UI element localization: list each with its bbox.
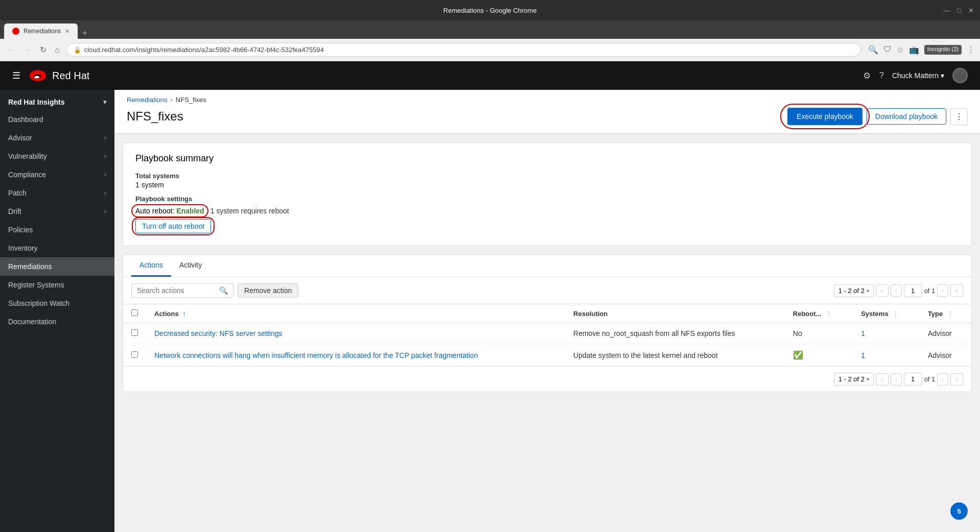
auto-reboot-row: Auto reboot: Enabled 1 system requires r…	[135, 207, 959, 215]
bottom-last-page-button[interactable]: »	[950, 373, 963, 385]
reboot-check-icon: ✅	[793, 351, 803, 359]
url-text: cloud.redhat.com/insights/remediations/a…	[84, 46, 324, 54]
row-action-cell: Decreased security: NFS server settings	[146, 323, 565, 344]
notification-badge[interactable]: 5	[950, 502, 968, 520]
playbook-settings-section: Playbook settings Auto reboot: Enabled 1…	[135, 195, 959, 233]
auto-reboot-status: Enabled	[176, 207, 204, 215]
back-button[interactable]: ←	[5, 43, 17, 57]
page-count-display[interactable]: 1 - 2 of 2 ▾	[834, 284, 874, 297]
systems-link[interactable]: 1	[861, 329, 865, 337]
row-checkbox[interactable]	[131, 351, 138, 358]
sidebar-section-title[interactable]: Red Hat Insights ▾	[0, 90, 114, 110]
th-type: Type ⋮	[920, 304, 971, 323]
bottom-next-page-button[interactable]: ›	[937, 373, 948, 385]
close-btn[interactable]: ✕	[968, 7, 974, 14]
minimize-btn[interactable]: —	[943, 7, 950, 14]
row-reboot-cell: No	[785, 323, 853, 344]
tab-actions[interactable]: Actions	[131, 255, 171, 277]
row-systems-cell: 1	[853, 323, 920, 344]
sidebar-item-inventory[interactable]: Inventory	[0, 239, 114, 257]
cast-icon[interactable]: 📺	[909, 45, 919, 55]
first-page-button[interactable]: «	[876, 284, 889, 297]
execute-playbook-button[interactable]: Execute playbook	[787, 108, 862, 125]
incognito-badge[interactable]: Incognito (2)	[924, 45, 962, 55]
search-icon[interactable]: 🔍	[219, 286, 228, 295]
gear-icon[interactable]: ⚙	[863, 70, 871, 81]
tab-favicon	[12, 28, 19, 35]
bottom-pagination-dropdown-icon[interactable]: ▾	[867, 376, 869, 382]
maximize-btn[interactable]: □	[957, 7, 961, 14]
page-title: NFS_fixes	[127, 109, 183, 124]
sidebar-item-patch[interactable]: Patch ›	[0, 184, 114, 202]
sidebar-item-vulnerability[interactable]: Vulnerability ›	[0, 147, 114, 165]
sidebar-item-remediations[interactable]: Remediations	[0, 257, 114, 276]
page-header: NFS_fixes Execute playbook Download play…	[114, 104, 980, 134]
sidebar-item-subscription-watch[interactable]: Subscription Watch	[0, 294, 114, 312]
sidebar-item-policies[interactable]: Policies	[0, 221, 114, 239]
sort-icon[interactable]: ↑	[182, 310, 186, 318]
search-icon[interactable]: 🔍	[868, 45, 878, 55]
tab-label: Remediations	[24, 28, 61, 35]
user-avatar[interactable]	[952, 68, 968, 83]
sidebar-item-documentation[interactable]: Documentation	[0, 312, 114, 331]
search-actions-input[interactable]	[137, 286, 219, 295]
download-playbook-button[interactable]: Download playbook	[867, 108, 946, 125]
header-actions: Execute playbook Download playbook ⋮	[787, 108, 968, 125]
action-link[interactable]: Network connections will hang when insuf…	[154, 351, 478, 359]
sidebar-item-label: Register Systems	[8, 281, 64, 289]
action-link[interactable]: Decreased security: NFS server settings	[154, 329, 283, 337]
systems-link[interactable]: 1	[861, 351, 865, 359]
content-area: Remediations › NFS_fixes NFS_fixes Execu…	[114, 90, 980, 532]
pagination-label: 1 - 2 of 2	[838, 287, 865, 295]
row-checkbox[interactable]	[131, 329, 138, 336]
reload-button[interactable]: ↻	[38, 43, 49, 57]
col-resize-icon[interactable]: ⋮	[892, 310, 899, 318]
user-name-display[interactable]: Chuck Mattern ▾	[892, 71, 944, 80]
remove-action-button[interactable]: Remove action	[238, 283, 298, 298]
sidebar-item-label: Documentation	[8, 318, 56, 326]
sidebar-section-label: Red Hat Insights	[8, 98, 64, 106]
th-checkbox	[123, 304, 146, 323]
col-resize-icon[interactable]: ⋮	[947, 310, 953, 318]
bottom-first-page-button[interactable]: «	[876, 373, 889, 385]
new-tab-button[interactable]: +	[78, 28, 91, 39]
col-systems-label: Systems	[861, 310, 888, 318]
menu-icon[interactable]: ⋮	[967, 45, 975, 55]
sidebar-item-advisor[interactable]: Advisor ›	[0, 129, 114, 147]
kebab-menu-button[interactable]: ⋮	[950, 108, 968, 125]
last-page-button[interactable]: »	[950, 284, 963, 297]
row-checkbox-cell	[123, 344, 146, 367]
hamburger-menu[interactable]: ☰	[12, 70, 20, 81]
url-bar[interactable]: 🔒 cloud.redhat.com/insights/remediations…	[66, 43, 861, 57]
home-button[interactable]: ⌂	[53, 43, 62, 57]
bottom-page-number-input[interactable]	[904, 373, 922, 385]
active-tab[interactable]: Remediations ✕	[4, 23, 78, 39]
sidebar-item-register-systems[interactable]: Register Systems	[0, 276, 114, 294]
reboot-note: 1 system requires reboot	[211, 207, 289, 215]
search-box[interactable]: 🔍	[131, 283, 234, 298]
col-resize-icon[interactable]: ⋮	[825, 310, 832, 318]
forward-button[interactable]: →	[21, 43, 34, 57]
prev-page-button[interactable]: ‹	[891, 284, 902, 297]
turn-off-auto-reboot-button[interactable]: Turn off auto reboot	[135, 219, 211, 233]
sidebar-item-label: Subscription Watch	[8, 299, 69, 307]
sidebar: Red Hat Insights ▾ Dashboard Advisor › V…	[0, 90, 114, 532]
page-number-input[interactable]	[904, 284, 922, 297]
next-page-button[interactable]: ›	[937, 284, 948, 297]
help-icon[interactable]: ?	[879, 70, 883, 81]
bottom-page-count-display[interactable]: 1 - 2 of 2 ▾	[834, 373, 874, 385]
star-icon[interactable]: ☆	[897, 45, 904, 55]
bottom-prev-page-button[interactable]: ‹	[891, 373, 902, 385]
pagination-dropdown-icon[interactable]: ▾	[867, 288, 869, 294]
tab-close-icon[interactable]: ✕	[65, 28, 69, 35]
row-reboot-cell: ✅	[785, 344, 853, 367]
select-all-checkbox[interactable]	[131, 309, 138, 316]
pagination-group: 1 - 2 of 2 ▾ « ‹ of 1 › »	[834, 284, 963, 297]
window-controls[interactable]: — □ ✕	[943, 7, 974, 14]
sidebar-item-dashboard[interactable]: Dashboard	[0, 110, 114, 129]
tab-activity[interactable]: Activity	[171, 255, 210, 277]
sidebar-item-drift[interactable]: Drift ›	[0, 202, 114, 221]
sidebar-item-compliance[interactable]: Compliance ›	[0, 165, 114, 184]
breadcrumb-parent[interactable]: Remediations	[127, 96, 168, 104]
actions-card: Actions Activity 🔍 Remove action 1 - 2 o…	[123, 254, 972, 392]
